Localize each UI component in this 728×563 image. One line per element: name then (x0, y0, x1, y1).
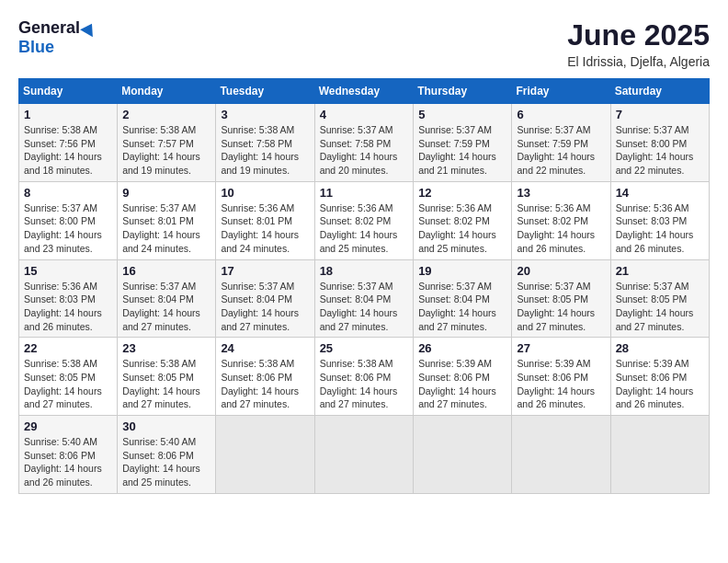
logo-general-text: General (18, 18, 80, 38)
day-number: 11 (320, 186, 409, 200)
day-number: 15 (24, 264, 112, 278)
day-number: 6 (517, 108, 605, 121)
logo-icon (80, 19, 98, 36)
day-detail: Sunrise: 5:37 AMSunset: 8:04 PMDaylight:… (122, 280, 210, 334)
day-number: 16 (122, 264, 210, 278)
calendar-cell: 29Sunrise: 5:40 AMSunset: 8:06 PMDayligh… (19, 416, 118, 494)
day-detail: Sunrise: 5:39 AMSunset: 8:06 PMDaylight:… (418, 357, 506, 411)
calendar-week-row: 15Sunrise: 5:36 AMSunset: 8:03 PMDayligh… (19, 259, 710, 338)
calendar-cell (314, 416, 414, 494)
calendar-cell (216, 416, 314, 494)
calendar-cell: 16Sunrise: 5:37 AMSunset: 8:04 PMDayligh… (118, 259, 216, 338)
day-number: 10 (221, 186, 309, 200)
calendar-week-row: 29Sunrise: 5:40 AMSunset: 8:06 PMDayligh… (19, 416, 710, 494)
calendar-cell: 4Sunrise: 5:37 AMSunset: 7:58 PMDaylight… (314, 104, 414, 182)
calendar-header-monday: Monday (118, 79, 216, 104)
day-number: 14 (616, 186, 704, 200)
day-detail: Sunrise: 5:37 AMSunset: 8:05 PMDaylight:… (616, 280, 704, 334)
day-detail: Sunrise: 5:37 AMSunset: 8:04 PMDaylight:… (418, 280, 506, 334)
day-number: 25 (320, 341, 409, 355)
day-number: 13 (517, 186, 605, 200)
day-number: 30 (122, 419, 210, 433)
calendar-cell: 3Sunrise: 5:38 AMSunset: 7:58 PMDaylight… (216, 104, 314, 182)
logo-blue-text: Blue (18, 38, 54, 57)
day-number: 3 (221, 108, 309, 121)
day-number: 2 (122, 108, 210, 121)
calendar-week-row: 8Sunrise: 5:37 AMSunset: 8:00 PMDaylight… (19, 181, 710, 259)
day-detail: Sunrise: 5:37 AMSunset: 8:01 PMDaylight:… (122, 201, 210, 256)
calendar-table: SundayMondayTuesdayWednesdayThursdayFrid… (18, 78, 710, 494)
day-number: 29 (24, 419, 112, 433)
calendar-cell: 8Sunrise: 5:37 AMSunset: 8:00 PMDaylight… (19, 181, 118, 259)
day-number: 4 (320, 108, 409, 121)
calendar-cell: 19Sunrise: 5:37 AMSunset: 8:04 PMDayligh… (414, 259, 512, 338)
calendar-title: June 2025 (567, 18, 710, 52)
day-detail: Sunrise: 5:40 AMSunset: 8:06 PMDaylight:… (24, 435, 112, 489)
day-detail: Sunrise: 5:37 AMSunset: 7:59 PMDaylight:… (418, 123, 506, 178)
calendar-cell: 5Sunrise: 5:37 AMSunset: 7:59 PMDaylight… (414, 104, 512, 182)
day-detail: Sunrise: 5:37 AMSunset: 7:59 PMDaylight:… (517, 123, 605, 178)
day-detail: Sunrise: 5:36 AMSunset: 8:03 PMDaylight:… (616, 201, 704, 256)
calendar-cell: 21Sunrise: 5:37 AMSunset: 8:05 PMDayligh… (610, 259, 709, 338)
calendar-cell: 12Sunrise: 5:36 AMSunset: 8:02 PMDayligh… (414, 181, 512, 259)
day-detail: Sunrise: 5:36 AMSunset: 8:01 PMDaylight:… (221, 201, 309, 256)
calendar-cell: 2Sunrise: 5:38 AMSunset: 7:57 PMDaylight… (118, 104, 216, 182)
calendar-cell: 6Sunrise: 5:37 AMSunset: 7:59 PMDaylight… (512, 104, 610, 182)
day-number: 28 (616, 341, 704, 355)
logo: General Blue (18, 18, 97, 57)
page-header: General Blue June 2025 El Idrissia, Djel… (18, 18, 710, 69)
day-number: 21 (616, 264, 704, 278)
day-detail: Sunrise: 5:37 AMSunset: 8:05 PMDaylight:… (517, 280, 605, 334)
calendar-subtitle: El Idrissia, Djelfa, Algeria (567, 54, 710, 69)
day-detail: Sunrise: 5:38 AMSunset: 8:05 PMDaylight:… (122, 357, 210, 411)
day-number: 7 (616, 108, 704, 121)
day-detail: Sunrise: 5:37 AMSunset: 7:58 PMDaylight:… (320, 123, 409, 178)
day-detail: Sunrise: 5:37 AMSunset: 8:00 PMDaylight:… (24, 201, 112, 256)
day-detail: Sunrise: 5:38 AMSunset: 7:58 PMDaylight:… (221, 123, 309, 178)
calendar-header-friday: Friday (512, 79, 610, 104)
day-detail: Sunrise: 5:39 AMSunset: 8:06 PMDaylight:… (616, 357, 704, 411)
calendar-week-row: 22Sunrise: 5:38 AMSunset: 8:05 PMDayligh… (19, 338, 710, 416)
day-number: 17 (221, 264, 309, 278)
day-number: 8 (24, 186, 112, 200)
calendar-cell: 13Sunrise: 5:36 AMSunset: 8:02 PMDayligh… (512, 181, 610, 259)
calendar-cell: 14Sunrise: 5:36 AMSunset: 8:03 PMDayligh… (610, 181, 709, 259)
calendar-cell: 18Sunrise: 5:37 AMSunset: 8:04 PMDayligh… (314, 259, 414, 338)
day-number: 23 (122, 341, 210, 355)
day-number: 26 (418, 341, 506, 355)
day-number: 19 (418, 264, 506, 278)
calendar-cell (512, 416, 610, 494)
day-number: 22 (24, 341, 112, 355)
calendar-cell: 20Sunrise: 5:37 AMSunset: 8:05 PMDayligh… (512, 259, 610, 338)
calendar-cell: 24Sunrise: 5:38 AMSunset: 8:06 PMDayligh… (216, 338, 314, 416)
day-detail: Sunrise: 5:36 AMSunset: 8:02 PMDaylight:… (320, 201, 409, 256)
calendar-cell: 28Sunrise: 5:39 AMSunset: 8:06 PMDayligh… (610, 338, 709, 416)
calendar-header-saturday: Saturday (610, 79, 709, 104)
day-detail: Sunrise: 5:36 AMSunset: 8:02 PMDaylight:… (517, 201, 605, 256)
day-detail: Sunrise: 5:37 AMSunset: 8:00 PMDaylight:… (616, 123, 704, 178)
calendar-cell: 11Sunrise: 5:36 AMSunset: 8:02 PMDayligh… (314, 181, 414, 259)
day-detail: Sunrise: 5:38 AMSunset: 8:05 PMDaylight:… (24, 357, 112, 411)
calendar-cell: 23Sunrise: 5:38 AMSunset: 8:05 PMDayligh… (118, 338, 216, 416)
calendar-cell: 7Sunrise: 5:37 AMSunset: 8:00 PMDaylight… (610, 104, 709, 182)
day-detail: Sunrise: 5:38 AMSunset: 8:06 PMDaylight:… (221, 357, 309, 411)
calendar-cell: 15Sunrise: 5:36 AMSunset: 8:03 PMDayligh… (19, 259, 118, 338)
calendar-body: 1Sunrise: 5:38 AMSunset: 7:56 PMDaylight… (19, 104, 710, 494)
calendar-header-sunday: Sunday (19, 79, 118, 104)
day-number: 9 (122, 186, 210, 200)
calendar-cell: 9Sunrise: 5:37 AMSunset: 8:01 PMDaylight… (118, 181, 216, 259)
calendar-header-thursday: Thursday (414, 79, 512, 104)
calendar-header-tuesday: Tuesday (216, 79, 314, 104)
day-detail: Sunrise: 5:37 AMSunset: 8:04 PMDaylight:… (320, 280, 409, 334)
calendar-header-wednesday: Wednesday (314, 79, 414, 104)
calendar-cell: 25Sunrise: 5:38 AMSunset: 8:06 PMDayligh… (314, 338, 414, 416)
calendar-cell: 1Sunrise: 5:38 AMSunset: 7:56 PMDaylight… (19, 104, 118, 182)
calendar-cell: 30Sunrise: 5:40 AMSunset: 8:06 PMDayligh… (118, 416, 216, 494)
calendar-cell: 22Sunrise: 5:38 AMSunset: 8:05 PMDayligh… (19, 338, 118, 416)
calendar-cell (610, 416, 709, 494)
day-number: 1 (24, 108, 112, 121)
day-detail: Sunrise: 5:39 AMSunset: 8:06 PMDaylight:… (517, 357, 605, 411)
calendar-week-row: 1Sunrise: 5:38 AMSunset: 7:56 PMDaylight… (19, 104, 710, 182)
day-detail: Sunrise: 5:37 AMSunset: 8:04 PMDaylight:… (221, 280, 309, 334)
day-number: 5 (418, 108, 506, 121)
